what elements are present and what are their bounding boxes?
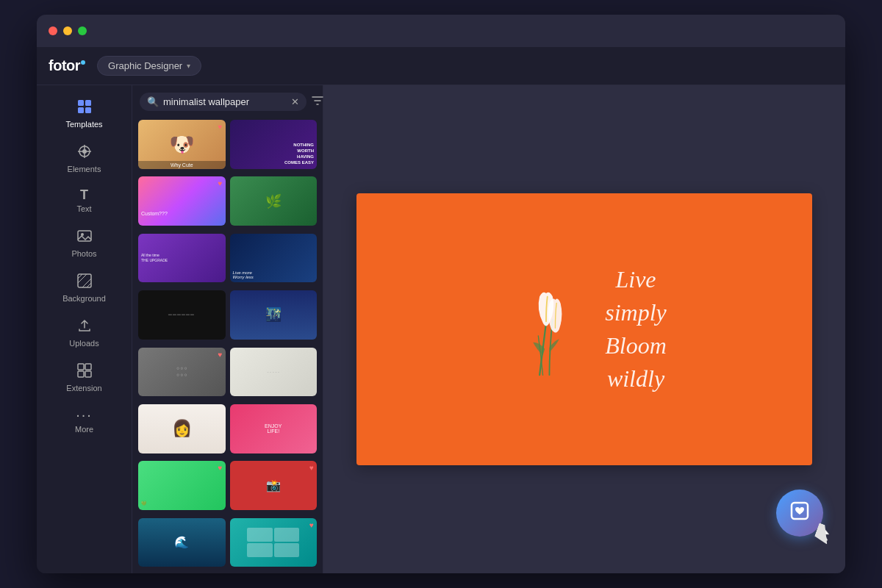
template-item[interactable]: ♥ 💚 — [138, 461, 226, 510]
filter-button[interactable] — [311, 94, 324, 110]
template-item[interactable]: ♥ Custom??? — [138, 176, 226, 226]
close-button[interactable] — [49, 26, 57, 35]
sidebar-item-label: Text — [76, 204, 91, 213]
text-icon: T — [80, 188, 88, 201]
template-item[interactable]: 🐶 Why Cute ♥ — [138, 120, 226, 169]
templates-icon — [76, 98, 93, 117]
sidebar-item-elements[interactable]: Elements — [37, 136, 132, 181]
sidebar-item-uploads[interactable]: Uploads — [37, 310, 132, 355]
svg-rect-3 — [85, 107, 91, 113]
template-item[interactable]: 👩 — [138, 404, 226, 453]
svg-rect-14 — [85, 371, 91, 377]
search-input-wrap[interactable]: 🔍 ✕ — [140, 93, 306, 111]
sidebar-item-label: More — [75, 425, 93, 434]
sidebar-item-templates[interactable]: Templates — [37, 91, 132, 136]
heart-icon — [789, 501, 810, 526]
template-label: Why Cute — [138, 161, 226, 169]
sidebar-item-label: Templates — [65, 120, 102, 129]
canvas-text-line1: Live — [605, 263, 667, 296]
heart-icon: ♥ — [218, 351, 223, 359]
template-grid: 🐶 Why Cute ♥ NOTHINGWORTHHAVINGCOMES EAS… — [132, 117, 323, 573]
template-item[interactable]: 🌿 — [230, 176, 318, 226]
svg-rect-11 — [78, 364, 84, 370]
mode-selector[interactable]: Graphic Designer ▾ — [97, 56, 201, 76]
heart-icon: ♥ — [309, 521, 314, 529]
canvas-text-line4: wildly — [605, 362, 667, 395]
logo-dot — [81, 60, 85, 65]
svg-rect-12 — [85, 364, 91, 370]
app-logo: fotor — [49, 57, 85, 74]
canvas-area: Live simply Bloom wildly — [323, 85, 845, 573]
sidebar-item-label: Background — [62, 294, 106, 303]
sidebar-item-text[interactable]: T Text — [37, 181, 132, 220]
canvas-text-line3: Bloom — [605, 329, 667, 362]
canvas-text-block: Live simply Bloom wildly — [605, 263, 667, 395]
search-bar: 🔍 ✕ — [140, 93, 315, 111]
sidebar-item-label: Elements — [68, 165, 101, 173]
more-icon: ··· — [76, 407, 93, 422]
heart-icon: ♥ — [218, 464, 223, 472]
template-item[interactable]: 📸 ♥ — [230, 461, 318, 510]
svg-rect-1 — [85, 100, 91, 106]
app-header: fotor Graphic Designer ▾ — [37, 47, 845, 85]
template-item[interactable]: ━━━━━━ — [138, 290, 226, 340]
sidebar-item-extension[interactable]: Extension — [37, 355, 132, 400]
heart-icon: ♥ — [309, 464, 314, 472]
sidebar-item-photos[interactable]: Photos — [37, 220, 132, 265]
extension-icon — [76, 362, 93, 381]
template-item[interactable]: - - - - - — [230, 348, 318, 397]
search-icon: 🔍 — [147, 96, 159, 107]
template-panel: 🔍 ✕ 🐶 Why Cute ♥ NOTHING — [132, 85, 323, 573]
template-item[interactable]: ENJOYLIFE! — [230, 404, 318, 453]
template-item[interactable]: 🌃 — [230, 290, 318, 340]
flower-illustration — [502, 270, 590, 388]
svg-rect-13 — [78, 371, 84, 377]
photos-icon — [76, 228, 93, 246]
sidebar-item-background[interactable]: Background — [37, 265, 132, 310]
chevron-down-icon: ▾ — [187, 62, 190, 70]
canvas-text-line2: simply — [605, 296, 667, 329]
titlebar — [37, 15, 845, 47]
maximize-button[interactable] — [78, 26, 87, 35]
heart-icon: ♥ — [218, 123, 223, 131]
left-nav: Templates Elements T Text — [37, 85, 132, 573]
canvas-content: Live simply Bloom wildly — [487, 248, 681, 409]
sidebar-item-label: Extension — [66, 384, 101, 392]
heart-icon: ♥ — [218, 179, 223, 187]
app-window: fotor Graphic Designer ▾ Templates — [37, 15, 845, 573]
clear-search-button[interactable]: ✕ — [291, 96, 299, 107]
background-icon — [76, 273, 93, 291]
minimize-button[interactable] — [63, 26, 72, 35]
svg-rect-0 — [78, 100, 84, 106]
favorite-button[interactable] — [776, 490, 823, 537]
sidebar-item-more[interactable]: ··· More — [37, 400, 132, 441]
template-item[interactable]: All the timeTHE UPGRADE — [138, 234, 226, 283]
template-item[interactable]: NOTHINGWORTHHAVINGCOMES EASY — [230, 120, 318, 169]
search-input[interactable] — [163, 96, 287, 107]
main-content: Templates Elements T Text — [37, 85, 845, 573]
svg-rect-2 — [78, 107, 84, 113]
uploads-icon — [76, 318, 93, 336]
sidebar-item-label: Photos — [71, 249, 96, 258]
template-item[interactable]: 🌊 — [138, 518, 226, 567]
design-canvas: Live simply Bloom wildly — [356, 193, 812, 465]
template-item[interactable]: ♥ — [230, 518, 318, 567]
mode-label: Graphic Designer — [108, 60, 182, 71]
template-item[interactable]: ♥ ○ ○ ○○ ○ ○ — [138, 348, 226, 397]
elements-icon — [76, 143, 93, 162]
sidebar-item-label: Uploads — [69, 339, 98, 348]
cursor-icon — [817, 522, 835, 547]
template-item[interactable]: Live moreWorry less — [230, 234, 318, 283]
